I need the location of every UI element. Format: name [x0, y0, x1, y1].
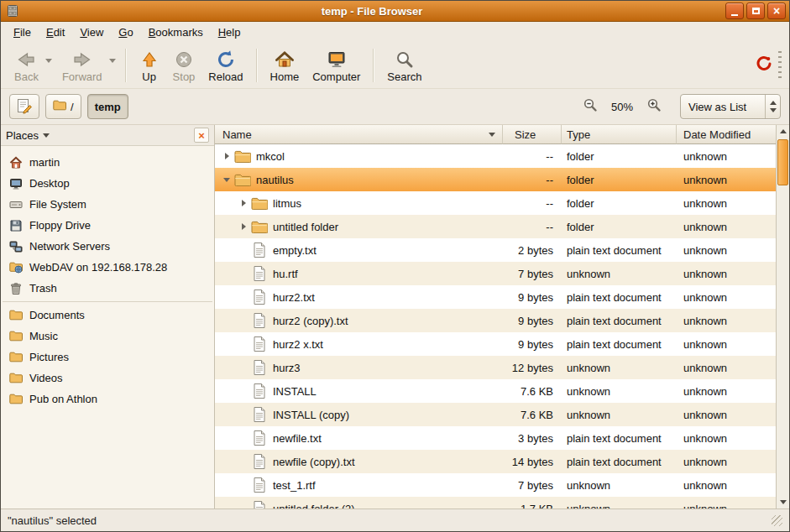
folder-icon — [250, 197, 269, 210]
file-row[interactable]: test_1.rtf7 bytesunknownunknown — [215, 473, 776, 497]
home-button[interactable]: Home — [264, 47, 306, 84]
sidebar-item-pictures[interactable]: Pictures — [1, 347, 214, 368]
date-modified-cell: unknown — [677, 315, 776, 327]
folder-icon — [233, 150, 252, 163]
text-file-icon — [250, 430, 269, 446]
file-name: untitled folder — [273, 221, 338, 233]
size-cell: 3 bytes — [503, 432, 562, 445]
file-row[interactable]: empty.txt2 bytesplain text documentunkno… — [215, 238, 776, 262]
file-row[interactable]: hurz2.txt9 bytesplain text documentunkno… — [215, 285, 776, 309]
file-row[interactable]: untitled folder--folderunknown — [215, 215, 776, 238]
forward-history-dropdown-icon[interactable] — [109, 59, 116, 63]
sidebar-item-network-servers[interactable]: Network Servers — [1, 236, 214, 257]
back-history-dropdown-icon[interactable] — [45, 59, 52, 63]
toggle-location-entry-button[interactable] — [9, 94, 39, 119]
sidebar-item-desktop[interactable]: Desktop — [1, 173, 214, 194]
sidebar-item-trash[interactable]: Trash — [1, 278, 214, 299]
reload-label: Reload — [208, 70, 243, 83]
sidebar-item-martin[interactable]: martin — [1, 152, 214, 173]
expander-spacer — [237, 432, 250, 444]
sidebar-item-webdav-on-192-168-178-28[interactable]: WebDAV on 192.168.178.28 — [1, 257, 214, 278]
name-cell: newfile.txt — [215, 426, 503, 450]
size-cell: 9 bytes — [503, 291, 562, 304]
folder-icon — [8, 352, 23, 362]
reload-button[interactable]: Reload — [201, 47, 249, 84]
file-row[interactable]: INSTALL (copy)7.6 KBunknownunknown — [215, 403, 776, 426]
sidebar-item-label: File System — [29, 198, 86, 211]
view-mode-select[interactable]: View as List — [680, 94, 781, 119]
places-list: martinDesktopFile SystemFloppy DriveNetw… — [1, 146, 214, 415]
file-row[interactable]: newfile (copy).txt14 bytesplain text doc… — [215, 450, 776, 473]
menu-go[interactable]: Go — [111, 23, 140, 41]
expander-icon[interactable] — [220, 174, 233, 185]
sidebar-item-file-system[interactable]: File System — [1, 194, 214, 215]
sidebar-item-floppy-drive[interactable]: Floppy Drive — [1, 215, 214, 236]
file-row[interactable]: litmus--folderunknown — [215, 191, 776, 215]
sidebar-item-music[interactable]: Music — [1, 326, 214, 347]
zoom-out-button[interactable] — [580, 97, 600, 116]
expander-spacer — [237, 315, 250, 326]
expander-icon[interactable] — [237, 221, 250, 232]
vertical-scrollbar[interactable] — [776, 125, 789, 509]
menu-help[interactable]: Help — [211, 23, 249, 41]
scrollbar-thumb[interactable] — [777, 139, 788, 185]
sidebar-item-pub-on-athlon[interactable]: Pub on Athlon — [1, 389, 214, 409]
expander-icon[interactable] — [220, 150, 233, 162]
root-path-button[interactable]: / — [45, 94, 81, 119]
resize-grip[interactable] — [772, 515, 782, 526]
date-modified-cell: unknown — [677, 338, 776, 351]
close-button[interactable]: × — [767, 3, 786, 19]
computer-button[interactable]: Computer — [306, 47, 367, 84]
column-header-size[interactable]: Size — [503, 125, 562, 144]
titlebar: temp - File Browser × — [1, 1, 789, 22]
zoom-in-button[interactable] — [644, 97, 664, 116]
date-modified-cell: unknown — [677, 174, 776, 186]
folder-icon — [53, 100, 66, 113]
window-menu-icon[interactable] — [6, 4, 21, 18]
file-row[interactable]: hurz312 bytesunknownunknown — [215, 356, 776, 379]
places-sidebar: Places × martinDesktopFile SystemFloppy … — [1, 125, 215, 509]
minimize-button[interactable] — [725, 3, 744, 19]
menu-file[interactable]: File — [6, 23, 39, 41]
file-row[interactable]: hurz2 (copy).txt9 bytesplain text docume… — [215, 309, 776, 332]
sidebar-item-videos[interactable]: Videos — [1, 368, 214, 389]
up-button[interactable]: Up — [133, 47, 166, 84]
column-header-type[interactable]: Type — [562, 125, 677, 144]
current-path-button[interactable]: temp — [87, 94, 128, 119]
search-label: Search — [387, 70, 421, 83]
sidebar-separator — [3, 301, 212, 302]
file-list-pane: Name Size Type Date Modified mkcol--fold… — [215, 125, 776, 509]
forward-button: Forward — [55, 47, 109, 84]
sidebar-close-button[interactable]: × — [194, 128, 209, 143]
column-header-date-modified[interactable]: Date Modified — [677, 125, 776, 144]
view-mode-spinner[interactable] — [765, 95, 780, 118]
scrollbar-track[interactable] — [777, 138, 789, 496]
file-row[interactable]: nautilus--folderunknown — [215, 168, 776, 191]
scroll-down-button[interactable] — [777, 496, 789, 509]
sidebar-header-dropdown-icon[interactable] — [43, 133, 50, 138]
stop-label: Stop — [173, 70, 196, 83]
size-cell: 9 bytes — [503, 338, 562, 351]
type-cell: folder — [562, 150, 677, 163]
maximize-button[interactable] — [746, 3, 765, 19]
trash-icon — [8, 282, 23, 295]
type-cell: folder — [562, 197, 677, 210]
menubar: FileEditViewGoBookmarksHelp — [1, 22, 789, 43]
scroll-up-button[interactable] — [777, 125, 789, 138]
date-modified-cell: unknown — [677, 150, 776, 163]
file-row[interactable]: mkcol--folderunknown — [215, 144, 776, 168]
expander-icon[interactable] — [237, 197, 250, 209]
search-icon — [395, 50, 415, 70]
sidebar-item-documents[interactable]: Documents — [1, 305, 214, 326]
column-header-name[interactable]: Name — [215, 125, 503, 144]
file-row[interactable]: newfile.txt3 bytesplain text documentunk… — [215, 426, 776, 450]
search-button[interactable]: Search — [380, 47, 428, 84]
menu-bookmarks[interactable]: Bookmarks — [141, 23, 211, 41]
file-row[interactable]: hu.rtf7 bytesunknownunknown — [215, 262, 776, 285]
file-row[interactable]: untitled folder (2)1.7 KBunknownunknown — [215, 497, 776, 509]
file-row[interactable]: hurz2 x.txt9 bytesplain text documentunk… — [215, 332, 776, 356]
file-row[interactable]: INSTALL7.6 KBunknownunknown — [215, 379, 776, 403]
menu-edit[interactable]: Edit — [39, 23, 72, 41]
home-icon — [8, 156, 23, 170]
menu-view[interactable]: View — [72, 23, 111, 41]
